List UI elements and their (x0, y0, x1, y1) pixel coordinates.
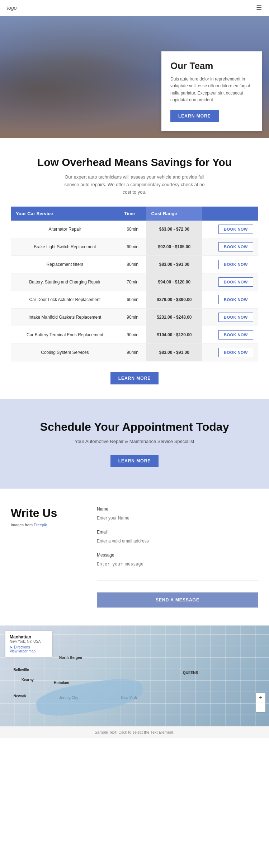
logo: logo (7, 5, 16, 11)
message-field-group: Message (97, 553, 258, 582)
service-name: Alternator Repair (11, 221, 119, 238)
service-name: Car Battery Terminal Ends Replacement (11, 326, 119, 344)
table-row: Alternator Repair 60min $63.00 - $72.00 … (11, 221, 258, 238)
savings-section: Low Overhead Means Savings for You Our e… (0, 138, 269, 399)
table-row: Replacement filters 80min $83.00 - $91.0… (11, 256, 258, 273)
service-time: 80min (119, 256, 146, 273)
footer-bar: Sample Text: Click to select the Text El… (0, 726, 269, 738)
table-row: Car Battery Terminal Ends Replacement 90… (11, 326, 258, 344)
freepik-attribution: Images from Freepik (11, 523, 82, 527)
service-name: Battery, Starting and Charging Repair (11, 273, 119, 291)
service-cost: $92.00 - $105.00 (146, 238, 203, 256)
book-now-button[interactable]: BOOK NOW (218, 242, 253, 251)
directions-arrow-icon: ➤ (10, 645, 13, 649)
contact-title: Write Us (11, 507, 82, 520)
hero-title: Our Team (170, 60, 253, 71)
contact-form: Name Email Message SEND A MESSAGE (97, 507, 258, 608)
book-now-cell: BOOK NOW (202, 326, 258, 344)
service-name: Cooling System Services (11, 344, 119, 361)
savings-learn-more-wrapper: LEARN MORE (11, 372, 258, 384)
hero-description: Duis aute irure dolor in reprehenderit i… (170, 76, 253, 103)
menu-icon[interactable]: ☰ (256, 4, 262, 12)
service-cost: $83.00 - $91.00 (146, 344, 203, 361)
book-now-button[interactable]: BOOK NOW (218, 225, 253, 234)
book-now-cell: BOOK NOW (202, 238, 258, 256)
book-now-button[interactable]: BOOK NOW (218, 277, 253, 287)
service-time: 90min (119, 326, 146, 344)
map-zoom-controls: + − (256, 693, 265, 712)
map-section: North BergenHobokenJersey CityNew YorkQU… (0, 625, 269, 726)
name-input[interactable] (97, 513, 258, 523)
freepik-text: Images from (11, 523, 33, 527)
table-row: Car Door Lock Actuator Replacement 60min… (11, 291, 258, 309)
service-cost: $83.00 - $91.00 (146, 256, 203, 273)
col-header-service: Your Car Service (11, 207, 119, 221)
directions-label[interactable]: Directions (14, 645, 30, 649)
table-row: Brake Light Switch Replacement 60min $92… (11, 238, 258, 256)
hero-card: Our Team Duis aute irure dolor in repreh… (161, 51, 262, 131)
savings-subtitle: Our expert auto technicians will assess … (63, 174, 206, 196)
map-city-label: North Bergen (59, 656, 82, 660)
col-header-time: Time (119, 207, 146, 221)
savings-title: Low Overhead Means Savings for You (11, 156, 258, 168)
map-city-label: Newark (14, 694, 27, 698)
name-field-group: Name (97, 507, 258, 523)
view-larger-map-link[interactable]: View larger map (10, 649, 48, 653)
map-city-label: Hoboken (54, 681, 69, 685)
map-city-sub: New York, NY, USA (10, 640, 48, 643)
table-row: Cooling System Services 90min $83.00 - $… (11, 344, 258, 361)
service-cost: $231.00 - $248.00 (146, 309, 203, 326)
book-now-button[interactable]: BOOK NOW (218, 348, 253, 357)
map-city-label: New York (121, 696, 137, 700)
map-city-label: Belleville (14, 668, 29, 672)
appointment-title: Schedule Your Appointment Today (11, 420, 258, 434)
send-message-button[interactable]: SEND A MESSAGE (97, 592, 258, 608)
email-field-group: Email (97, 530, 258, 546)
freepik-link[interactable]: Freepik (34, 523, 47, 527)
hero-section: Our Team Duis aute irure dolor in repreh… (0, 16, 269, 138)
book-now-cell: BOOK NOW (202, 221, 258, 238)
table-row: Intake Manifold Gaskets Replacement 90mi… (11, 309, 258, 326)
email-label: Email (97, 530, 258, 535)
map-city-label: Jersey City (59, 696, 78, 700)
message-input[interactable] (97, 559, 258, 581)
hero-learn-more-button[interactable]: LEARN MORE (170, 110, 219, 122)
col-header-cost: Cost Range (146, 207, 203, 221)
appointment-subtitle: Your Automotive Repair & Maintenance Ser… (11, 439, 258, 444)
book-now-button[interactable]: BOOK NOW (218, 295, 253, 304)
service-name: Replacement filters (11, 256, 119, 273)
service-time: 60min (119, 221, 146, 238)
book-now-button[interactable]: BOOK NOW (218, 313, 253, 322)
map-city-label: QUEENS (183, 671, 198, 675)
contact-left: Write Us Images from Freepik (11, 507, 82, 608)
map-city-label: Kearny (22, 678, 34, 682)
book-now-cell: BOOK NOW (202, 291, 258, 309)
footer-text: Sample Text: Click to select the Text El… (95, 730, 174, 734)
zoom-in-button[interactable]: + (256, 693, 265, 702)
table-header-row: Your Car Service Time Cost Range (11, 207, 258, 221)
contact-section: Write Us Images from Freepik Name Email … (0, 489, 269, 625)
map-info-card: Manhattan New York, NY, USA ➤ Directions… (5, 631, 52, 657)
service-name: Intake Manifold Gaskets Replacement (11, 309, 119, 326)
book-now-cell: BOOK NOW (202, 309, 258, 326)
book-now-cell: BOOK NOW (202, 344, 258, 361)
savings-learn-more-button[interactable]: LEARN MORE (110, 372, 159, 384)
service-time: 70min (119, 273, 146, 291)
appointment-section: Schedule Your Appointment Today Your Aut… (0, 399, 269, 489)
book-now-button[interactable]: BOOK NOW (218, 330, 253, 340)
zoom-out-button[interactable]: − (256, 702, 265, 712)
map-directions-link[interactable]: ➤ Directions (10, 645, 48, 649)
book-now-cell: BOOK NOW (202, 273, 258, 291)
email-input[interactable] (97, 536, 258, 546)
appointment-learn-more-button[interactable]: LEARN MORE (110, 455, 159, 467)
book-now-button[interactable]: BOOK NOW (218, 260, 253, 269)
table-row: Battery, Starting and Charging Repair 70… (11, 273, 258, 291)
service-time: 60min (119, 238, 146, 256)
col-header-action (202, 207, 258, 221)
service-time: 90min (119, 309, 146, 326)
services-table: Your Car Service Time Cost Range Alterna… (11, 207, 258, 361)
service-cost: $379.00 - $390.00 (146, 291, 203, 309)
service-cost: $104.00 - $120.00 (146, 326, 203, 344)
name-label: Name (97, 507, 258, 512)
service-name: Car Door Lock Actuator Replacement (11, 291, 119, 309)
